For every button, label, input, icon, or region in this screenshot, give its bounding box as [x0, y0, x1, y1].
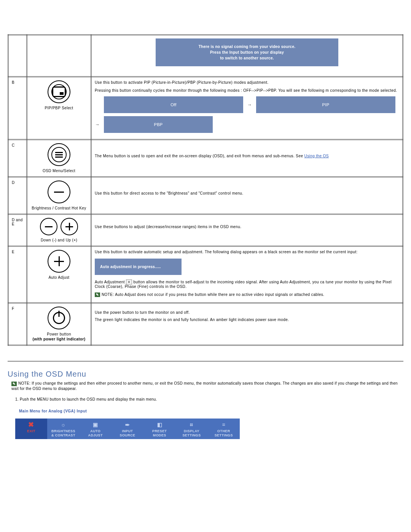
osd-note-block: ✎NOTE: If you change the settings and th…	[11, 381, 403, 391]
plus-button-icon	[48, 250, 70, 273]
power-caption-bold: (with power light indicator)	[33, 337, 86, 341]
row-icon-C: OSD Menu/Select	[27, 140, 91, 177]
arrow-icon: →	[247, 102, 252, 107]
up-button-icon	[61, 218, 78, 235]
rowDE-p1: Use these buttons to adjust (decrease/in…	[95, 225, 399, 229]
rowE-p2b: button allows the monitor to self-adjust…	[95, 280, 392, 289]
close-icon: ✖	[16, 421, 46, 428]
row-icon-B: PIP/PBP Select	[27, 77, 91, 140]
row-key-D: D	[8, 177, 27, 214]
no-signal-l2: Press the Input button on your display	[210, 50, 284, 54]
auto-adjust-caption: Auto Adjust	[49, 275, 70, 280]
osd-subhead: Main Menu for Analog (VGA) Input	[19, 409, 403, 413]
osd-tab-display-settings[interactable]: ⌗ DISPLAYSETTINGS	[175, 419, 207, 439]
row-icon-E: Auto Adjust	[27, 246, 91, 303]
arrow-icon: →	[95, 122, 100, 127]
no-signal-message: There is no signal coming from your vide…	[156, 38, 338, 66]
rowB-p2: Pressing this button continually cycles …	[95, 88, 399, 93]
no-signal-l3: to switch to another source.	[220, 56, 274, 60]
section-divider	[8, 361, 403, 361]
row-desc-B: Use this button to activate PIP (Picture…	[91, 77, 403, 140]
mode-pbp: PBP	[104, 116, 213, 133]
row-key-E: E	[8, 246, 27, 303]
minus-button-icon	[48, 181, 70, 203]
osd-note: NOTE: If you change the settings and the…	[11, 381, 398, 391]
pip-pbp-caption: PIP/PBP Select	[45, 105, 73, 110]
osd-menu-heading: Using the OSD Menu	[8, 370, 403, 379]
note-icon: ✎	[11, 382, 17, 386]
row-key-B: B	[8, 77, 27, 140]
using-osd-link[interactable]: Using the OS	[304, 154, 329, 158]
osd-tab-auto-adjust[interactable]: ▣ AUTOADJUST	[80, 419, 112, 439]
document-page: There is no signal coming from your vide…	[0, 34, 411, 439]
note-icon: ✎	[95, 292, 100, 297]
osd-tab-other-settings[interactable]: ≡ OTHERSETTINGS	[208, 419, 240, 439]
down-up-caption: Down (-) and Up (+)	[41, 238, 77, 243]
rowE-p2a: Auto Adjustment	[95, 280, 126, 284]
row-desc-E: Use this button to activate automatic se…	[91, 246, 403, 303]
cell-desc-nosignal: There is no signal coming from your vide…	[91, 35, 403, 77]
power-button-icon	[48, 307, 70, 329]
osd-tab-exit[interactable]: ✖ EXIT	[15, 419, 47, 439]
no-signal-l1: There is no signal coming from your vide…	[199, 45, 296, 49]
auto-adjust-icon: ▣	[80, 421, 111, 428]
osd-tab-preset-modes[interactable]: ◧ PRESETMODES	[143, 419, 175, 439]
rowD-p1: Use this button for direct access to the…	[95, 191, 399, 195]
rowF-p1: Use the power button to turn the monitor…	[95, 310, 399, 315]
brightness-icon: ☼	[48, 421, 78, 428]
plus-inline-icon: +	[126, 280, 132, 284]
menu-caption: OSD Menu/Select	[43, 168, 75, 173]
power-caption: Power button	[47, 332, 71, 336]
osd-tab-input-source[interactable]: ➨ INPUTSOURCE	[112, 419, 143, 439]
menu-button-icon	[48, 143, 70, 166]
row-key-DE: D and E	[8, 214, 27, 246]
rowF-p2: The green light indicates the monitor is…	[95, 318, 399, 322]
row-desc-DE: Use these buttons to adjust (decrease/in…	[91, 214, 403, 246]
display-settings-icon: ⌗	[176, 421, 207, 428]
row-key-C: C	[8, 140, 27, 177]
rowC-p1: The Menu button is used to open and exit…	[95, 154, 304, 158]
rowB-p1: Use this button to activate PIP (Picture…	[95, 80, 399, 85]
row-desc-D: Use this button for direct access to the…	[91, 177, 403, 214]
front-panel-buttons-table: There is no signal coming from your vide…	[8, 34, 403, 346]
preset-modes-icon: ◧	[144, 421, 175, 428]
input-source-icon: ➨	[112, 421, 143, 428]
auto-adjust-dialog: Auto adjustment in progress.....	[95, 259, 182, 275]
row-desc-F: Use the power button to turn the monitor…	[91, 303, 403, 345]
osd-tab-exit-label: EXIT	[27, 429, 35, 433]
cell-icon-empty	[27, 35, 91, 77]
mode-off: Off	[104, 96, 243, 113]
row-icon-DE: Down (-) and Up (+)	[27, 214, 91, 246]
cell-key-empty	[8, 35, 27, 77]
osd-tab-brightness-contrast[interactable]: ☼ BRIGHTNESS& CONTRAST	[47, 419, 79, 439]
rowE-note: NOTE: Auto Adjust does not occur if you …	[102, 292, 324, 297]
mode-pip: PIP	[256, 96, 395, 113]
brightness-contrast-caption: Brightness / Contrast Hot Key	[32, 206, 86, 211]
osd-main-menu-bar: ✖ EXIT ☼ BRIGHTNESS& CONTRAST ▣ AUTOADJU…	[15, 419, 240, 439]
row-desc-C: The Menu button is used to open and exit…	[91, 140, 403, 177]
row-icon-D: Brightness / Contrast Hot Key	[27, 177, 91, 214]
row-key-F: F	[8, 303, 27, 345]
other-settings-icon: ≡	[209, 421, 239, 428]
down-button-icon	[40, 218, 57, 235]
osd-step-1: 1. Push the MENU button to launch the OS…	[15, 397, 403, 401]
pip-pbp-button-icon	[48, 80, 70, 103]
row-icon-F: Power button (with power light indicator…	[27, 303, 91, 345]
rowE-p1: Use this button to activate automatic se…	[95, 250, 399, 254]
